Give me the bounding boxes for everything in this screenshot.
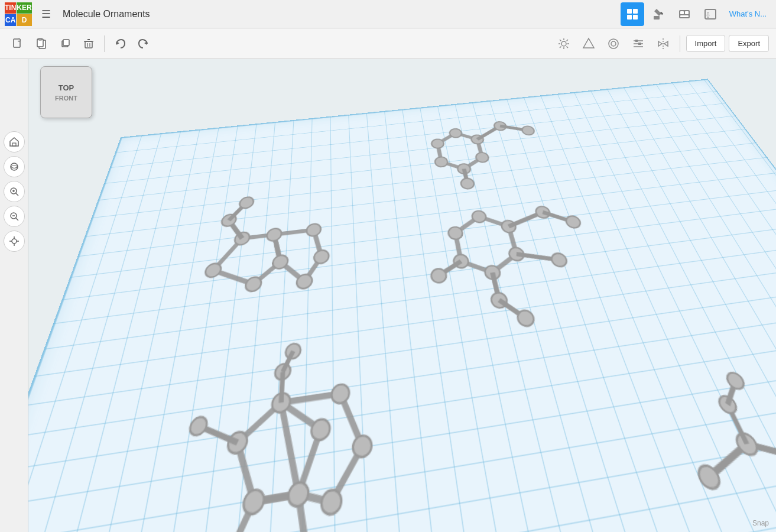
svg-point-104 [516,310,535,327]
cube-front-label: FRONT [55,95,77,102]
svg-marker-25 [144,41,147,45]
circle-shape-button[interactable] [603,33,624,54]
svg-rect-1 [633,9,638,14]
svg-point-56 [12,239,17,244]
svg-marker-46 [10,138,18,146]
svg-point-37 [611,41,616,46]
mirror-button[interactable] [652,33,674,54]
view-cube[interactable]: TOP FRONT [40,66,93,119]
logo-tin: TIN [5,2,16,14]
export-button[interactable]: Export [729,35,769,52]
toolbar: Import Export [0,28,776,59]
svg-rect-0 [627,9,632,14]
svg-point-71 [521,125,535,135]
molecule-1 [429,119,553,192]
delete-icon [83,38,95,50]
svg-rect-4 [654,16,660,20]
svg-point-98 [564,215,582,229]
light-button[interactable] [553,33,574,54]
cube-top-label: TOP [59,83,74,92]
project-title: Molecule Ornaments [63,9,150,20]
molecule-3 [423,200,616,339]
fit-all-button[interactable] [4,231,25,252]
logo-ker: KER [17,2,31,14]
svg-point-26 [561,41,566,46]
left-sidebar [0,59,28,532]
toolbar-divider-1 [104,35,105,52]
code-icon: {} [704,8,717,21]
zoom-in-button[interactable] [4,181,25,202]
undo-button[interactable] [109,33,131,54]
svg-line-31 [560,40,561,41]
svg-rect-2 [627,15,632,20]
molecules-svg [28,80,776,532]
home-view-button[interactable] [4,131,25,153]
svg-rect-19 [85,41,92,48]
svg-marker-45 [664,41,668,46]
svg-line-32 [566,46,568,48]
svg-rect-3 [633,15,638,20]
svg-line-33 [566,40,568,41]
svg-marker-5 [654,9,661,16]
toolbar-divider-2 [680,35,680,52]
snap-text: Snap [752,519,769,527]
grid-view-button[interactable] [621,2,644,26]
gallery-button[interactable] [673,2,696,26]
svg-text:{}: {} [706,12,710,18]
svg-point-114 [243,488,265,516]
menu-button[interactable]: ☰ [34,2,58,26]
copy-clipboard-button[interactable] [31,33,52,54]
svg-point-100 [550,252,569,267]
svg-point-79 [245,276,262,292]
svg-point-81 [307,223,321,236]
redo-button[interactable] [133,33,154,54]
svg-rect-8 [680,11,684,14]
zoom-out-button[interactable] [4,206,25,227]
main-area: TOP FRONT ane [0,59,776,532]
orbit-button[interactable] [4,156,25,177]
import-button[interactable]: Import [686,35,726,52]
toolbar-right: Import Export [553,33,769,54]
clipboard-icon [35,38,47,50]
svg-rect-18 [63,40,69,46]
logo-d: D [17,14,31,26]
circle-shape-icon [607,37,620,50]
svg-point-126 [189,416,208,436]
svg-point-73 [460,177,475,189]
svg-rect-16 [38,38,42,40]
svg-point-87 [239,196,254,209]
grid-plane: ane [28,79,776,532]
zoom-out-icon [9,211,20,222]
align-icon [632,37,645,50]
tinkercad-logo[interactable]: TIN KER CA D [5,2,28,26]
svg-marker-24 [116,41,119,45]
svg-point-113 [288,481,309,508]
logo-ca: CA [5,14,16,26]
svg-point-36 [609,39,618,48]
viewport[interactable]: TOP FRONT ane [28,59,776,532]
home-icon [9,137,20,147]
duplicate-icon [59,38,71,50]
align-button[interactable] [628,33,649,54]
duplicate-button[interactable] [54,33,76,54]
svg-point-66 [434,157,449,168]
svg-point-117 [322,488,342,516]
shape-button[interactable] [578,33,599,54]
mirror-icon [657,37,670,50]
delete-button[interactable] [78,33,99,54]
whats-new-button[interactable]: What's N... [725,9,771,18]
svg-rect-42 [638,43,641,45]
undo-icon [114,38,126,50]
new-button[interactable] [7,33,28,54]
build-button[interactable] [647,2,670,26]
gallery-icon [678,8,691,21]
svg-point-77 [267,228,282,242]
svg-rect-41 [635,40,638,42]
svg-line-54 [15,218,18,221]
code-editor-button[interactable]: {} [699,2,722,26]
grid-background: ane [28,79,776,532]
svg-point-82 [314,249,329,264]
header-nav: {} What's N... [621,2,771,26]
cube-face[interactable]: TOP FRONT [40,66,92,118]
fit-icon [9,236,20,246]
